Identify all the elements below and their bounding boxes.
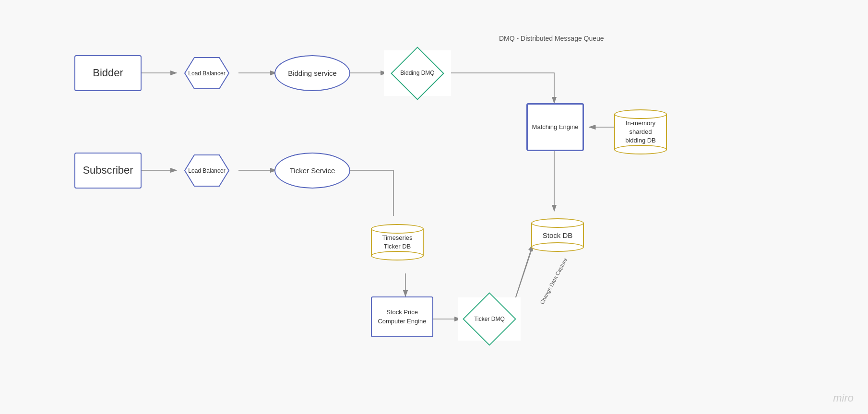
- bidder-node: Bidder: [74, 55, 142, 91]
- bidding-dmq-node: Bidding DMQ: [384, 50, 451, 96]
- stock-db-node: Stock DB: [526, 206, 589, 264]
- canvas: DMQ - Distributed Message Queue: [0, 0, 868, 414]
- svg-text:Load Balancer: Load Balancer: [188, 167, 225, 174]
- bidding-service-node: Bidding service: [274, 55, 350, 91]
- matching-engine-node: Matching Engine: [526, 103, 584, 151]
- subscriber-node: Subscriber: [74, 153, 142, 189]
- load-balancer-top-node: Load Balancer: [175, 55, 238, 91]
- dmq-label: DMQ - Distributed Message Queue: [499, 35, 604, 42]
- miro-logo: miro: [833, 392, 854, 404]
- change-data-capture-label: Change Data Capture: [539, 257, 568, 305]
- stock-price-engine-node: Stock Price Computer Engine: [371, 296, 433, 337]
- ticker-service-node: Ticker Service: [274, 153, 350, 189]
- in-memory-db-node: In-memory sharded bidding DB: [609, 106, 672, 158]
- load-balancer-bottom-node: Load Balancer: [175, 153, 238, 189]
- svg-text:Load Balancer: Load Balancer: [188, 70, 225, 77]
- ticker-dmq-node: Ticker DMQ: [458, 297, 521, 341]
- timeseries-db-node: Timeseries Ticker DB: [371, 211, 424, 273]
